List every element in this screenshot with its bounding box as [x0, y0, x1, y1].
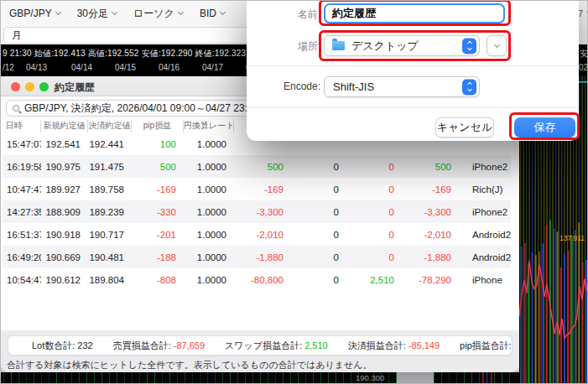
table-cell: 1.0000	[184, 252, 234, 262]
table-cell: 0	[346, 162, 402, 172]
summary-footnote: 合計する対象は検索にヒットした全件です。表示しているものの合計ではありません。	[7, 359, 372, 371]
name-input[interactable]: 約定履歴	[324, 3, 505, 23]
table-cell: -80,800	[234, 275, 291, 285]
table-cell: -3,300	[402, 207, 459, 217]
app-screen: GBP/JPY30分足ローソクBID 7 月 9 21:30 始値:192.41…	[0, 0, 588, 384]
search-icon	[13, 105, 19, 112]
save-button[interactable]: 保存	[514, 117, 575, 138]
summary-item: 決済損益合計:-85,149	[348, 340, 440, 352]
date-tick-label: 04/14	[71, 63, 92, 72]
table-cell: 189.927	[41, 184, 88, 195]
table-row[interactable]: 16:49:20190.669190.481-1881.0000-1,88000…	[3, 246, 511, 268]
table-cell: 16:19:58	[3, 162, 41, 172]
table-cell: 0	[346, 252, 402, 262]
table-cell: -2,010	[402, 230, 459, 240]
summary-label: 売買損益合計:	[113, 340, 171, 350]
table-cell: 189.239	[88, 207, 132, 217]
table-cell: -3,300	[234, 207, 291, 217]
table-cell: 16:51:37	[3, 230, 41, 240]
save-dialog: 名前: 約定履歴 場所: デスクトップ Encode: Shift-JIS キャ…	[247, 0, 579, 141]
table-cell: -169	[402, 184, 459, 195]
table-row[interactable]: 16:19:58190.975191.4755001.000050000500i…	[3, 155, 511, 178]
column-header[interactable]: 日時	[3, 120, 41, 132]
table-cell: 0	[346, 230, 402, 240]
chevron-down-icon	[112, 9, 117, 15]
column-header[interactable]: 決済約定値	[88, 120, 132, 132]
column-header[interactable]: 新規約定値	[41, 120, 88, 132]
date-tick-label: 04/15	[115, 63, 136, 72]
table-cell: -1,880	[402, 252, 459, 262]
table-cell: 189.758	[88, 184, 132, 195]
table-cell: Android2	[459, 252, 511, 262]
toolbar-dropdown-label: BID	[200, 8, 216, 19]
table-cell: -1,880	[234, 252, 291, 262]
price-label: 137.911	[559, 234, 585, 242]
toolbar-dropdown-0[interactable]: GBP/JPY	[9, 8, 60, 19]
table-cell: 0	[291, 275, 346, 285]
table-cell: 190.918	[41, 230, 88, 240]
close-button[interactable]	[11, 82, 20, 91]
zoom-button[interactable]	[39, 82, 49, 91]
table-cell: 0	[291, 162, 346, 172]
date-tick-label: 04/17	[202, 63, 223, 72]
table-cell: -169	[132, 184, 184, 195]
date-tick-label: 04/13	[26, 63, 47, 72]
toolbar-dropdown-label: ローソク	[133, 7, 174, 21]
name-value: 約定履歴	[332, 6, 376, 21]
location-value: デスクトップ	[351, 39, 419, 54]
divider	[247, 65, 579, 66]
location-label: 場所:	[253, 39, 320, 54]
table-cell: 190.975	[41, 162, 88, 172]
summary-label: スワップ損益合計:	[225, 340, 302, 350]
ohlc-values: 9 21:30 始値:192.413 高値:192.552 安値:192.290…	[3, 48, 246, 60]
table-cell: 1.0000	[184, 230, 234, 240]
table-row[interactable]: 16:51:37190.918190.717-2011.0000-2,01000…	[3, 223, 511, 246]
location-dropdown[interactable]: デスクトップ	[324, 35, 480, 56]
toolbar-dropdown-label: 30分足	[77, 7, 108, 21]
name-label: 名前:	[253, 8, 320, 22]
table-cell: iPhone2	[459, 207, 511, 217]
toolbar-dropdown-2[interactable]: ローソク	[133, 7, 183, 21]
table-cell: 500	[402, 162, 459, 172]
table-cell: iPhone2	[459, 162, 511, 172]
table-cell: 500	[132, 162, 184, 172]
table-row[interactable]: 10:47:47189.927189.758-1691.0000-16900-1…	[3, 178, 511, 200]
volume-chart: 190.300	[1, 372, 519, 384]
table-cell: 0	[291, 184, 346, 195]
summary-label: 決済損益合計:	[348, 340, 406, 350]
table-cell: -188	[132, 252, 184, 262]
column-header[interactable]: pip損益	[132, 120, 184, 132]
window-title: 約定履歴	[55, 80, 95, 95]
table-cell: 190.669	[41, 252, 88, 262]
column-header[interactable]: 円換算レート	[184, 120, 234, 132]
table-cell: 16:49:20	[3, 252, 41, 262]
folder-icon	[332, 41, 345, 50]
table-cell: 10:54:47	[3, 275, 41, 285]
volume-chart-strip: 190.300	[1, 372, 519, 384]
expand-dialog-button[interactable]	[487, 35, 507, 56]
toolbar-dropdown-1[interactable]: 30分足	[77, 7, 117, 21]
summary-item: Lot数合計:232	[32, 340, 93, 352]
cancel-button[interactable]: キャンセル	[435, 117, 494, 138]
table-cell: 1.0000	[184, 207, 234, 217]
table-cell: -808	[132, 275, 184, 285]
table-cell: 189.804	[88, 275, 132, 285]
table-cell: 191.475	[88, 162, 132, 172]
table-row[interactable]: 14:27:35188.909189.239-3301.0000-3,30000…	[3, 200, 511, 223]
encode-dropdown[interactable]: Shift-JIS	[324, 76, 480, 97]
window-footer: Lot数合計:232売買損益合計:-87,659スワップ損益合計:2,510決済…	[1, 330, 519, 372]
summary-value: -85,149	[408, 340, 440, 350]
minimize-button[interactable]	[25, 82, 34, 91]
table-cell: 100	[132, 139, 184, 149]
table-cell: -2,010	[234, 230, 291, 240]
table-row[interactable]: 10:54:47190.612189.804-8081.0000-80,8000…	[3, 268, 511, 291]
summary-item: 売買損益合計:-87,659	[113, 340, 205, 352]
search-query: GBP/JPY, 決済約定, 2026/04/01 09:00～04/27 23…	[24, 101, 258, 116]
table-cell: 190.612	[41, 275, 88, 285]
table-cell: 1.0000	[184, 139, 234, 149]
toolbar-dropdown-3[interactable]: BID	[200, 8, 225, 19]
table-cell: 0	[291, 230, 346, 240]
date-tick-label: /12	[3, 63, 14, 72]
encode-value: Shift-JIS	[325, 80, 374, 93]
divider	[247, 107, 579, 108]
